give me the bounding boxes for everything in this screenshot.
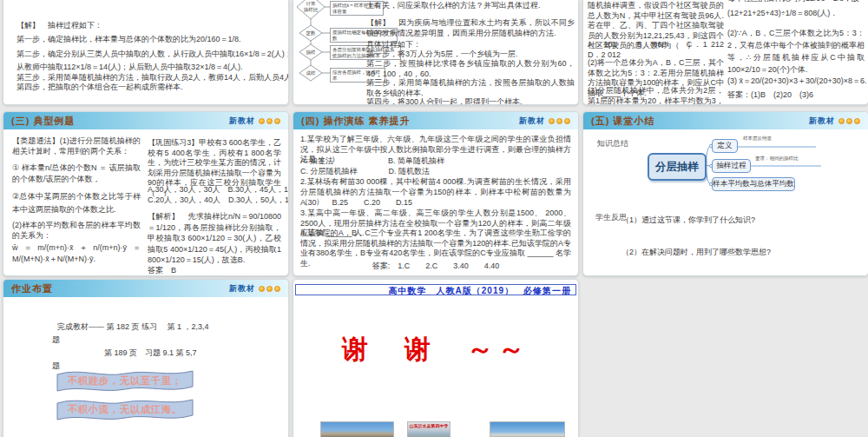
quote-ribbon: 不积小流，无以成江海。 bbox=[56, 395, 194, 424]
text-line: (3)分层随机抽样中，总体共分为2层，第1层的样本量为20，样本平均数为3，第2… bbox=[588, 86, 724, 105]
campus-photo bbox=[320, 421, 394, 437]
coin-icon bbox=[274, 118, 280, 124]
badge-label: 新教材 bbox=[229, 283, 255, 295]
text-line: C. 分层随机抽样 D. 随机数法 bbox=[300, 167, 430, 177]
text-line: A. 抽签法 B. 简单随机抽样 bbox=[300, 156, 444, 167]
slide-thumbnail-homework[interactable]: 作业布置 新教材 完成教材—— 第 182 页 练习 第 1 ，2,3,4 题 … bbox=[3, 279, 289, 437]
text-line: 具体过程如下： bbox=[366, 40, 575, 50]
section-title: (三) 典型例题 bbox=[11, 115, 75, 128]
text-line: (2)∵A，B，C三层个体数之比为5：3：2，又有总体中每个个体被抽到的概率相等… bbox=[727, 27, 865, 76]
quote-text: 不积跬步，无以至千里； bbox=[56, 374, 194, 387]
answer-line: 答案: 1.C 2.C 3.40 4.40 bbox=[300, 262, 571, 272]
slide-thumbnail-flowchart-solution[interactable]: 计算 抽样比 定数 抽样 成样 抽样比k＝样本容量/总体容量 按抽样比确定每层抽… bbox=[293, 0, 579, 105]
text-line: ②总体中某两层的个体数之比等于样本中这两层抽取的个体数之比. bbox=[12, 190, 141, 216]
knowledge-summary-label: 知识总结 bbox=[597, 138, 628, 149]
text-line: 第一步，将3万人分为5层，一个乡镇为一层. bbox=[366, 50, 575, 60]
coin-icon bbox=[266, 118, 273, 124]
text-line: 第四步，将300人合到一起，即得到一个样本. bbox=[366, 97, 575, 105]
coin-icon bbox=[556, 118, 562, 124]
text-line: 第三步，采用简单随机抽样的方法，抽取行政人员2人，教师14人，后勤人员4人. bbox=[16, 73, 289, 83]
text-line: 答案 B bbox=[148, 266, 176, 276]
text-line: 第四步，把抽取的个体组合在一起构成所需样本. bbox=[16, 83, 183, 93]
section-title: (四) 操作演练 素养提升 bbox=[301, 115, 410, 128]
text-line: A．101 B．808 C．1 212 D．2 012 bbox=[588, 40, 724, 60]
section-header-bar: (四) 操作演练 素养提升 新教材 bbox=[293, 112, 578, 129]
quote-ribbon: 不积跬步，无以至千里； bbox=[56, 367, 194, 395]
mindmap-node-definition: 定义 bbox=[712, 139, 738, 153]
text-line: w̄＝m/(m+n)·x̄＋n/(m+n)·ȳ＝M/(M+N)·x̄＋N/(M+… bbox=[12, 242, 141, 265]
badge-label: 新教材 bbox=[519, 116, 545, 127]
text-line: 第三步，采用简单随机抽样的方法，按照各层抽取的人数抽取各乡镇的样本. bbox=[366, 78, 575, 98]
slide-thumbnail-practice[interactable]: (四) 操作演练 素养提升 新教材 1.某学校为了解三年级、六年级、九年级这三个… bbox=[293, 111, 579, 276]
textbook-badge: 新教材 bbox=[229, 283, 280, 295]
text-line: 第一步，确定抽样比，样本量与总体的个体数的比为20/160＝1/8. bbox=[16, 35, 241, 45]
text-line: (2)样本的平均数和各层的样本平均数的关系为： bbox=[12, 221, 141, 241]
text-line: 土有关，问应采取什么样的方法？并写出具体过程. bbox=[366, 1, 575, 11]
homework-line: 题 bbox=[52, 335, 60, 346]
coin-icon bbox=[549, 118, 555, 124]
text-line: 答案：(1)B (2)20 (3)6 bbox=[727, 90, 813, 101]
reflection-question: （1）通过这节课，你学到了什么知识? bbox=[621, 215, 755, 226]
text-line: 每个社区的抽样比均为12/96＝1/8，故 bbox=[727, 0, 865, 4]
coin-icon bbox=[564, 118, 570, 124]
section-header-bar: 作业布置 新教材 bbox=[3, 280, 288, 297]
campus-photo bbox=[490, 421, 565, 437]
text-line: 第二步，确定分别从三类人员中抽取的人数，从行政人员中抽取16×1/8＝2(人)； bbox=[16, 50, 289, 60]
text-line: 【解】 抽样过程如下： bbox=[16, 21, 102, 31]
slide-thumbnail-solution-steps[interactable]: 【解】 抽样过程如下： 第一步，确定抽样比，样本量与总体的个体数的比为20/16… bbox=[3, 0, 289, 105]
slide-thumbnail-summary[interactable]: (五) 课堂小结 新教材 知识总结 分层抽样 定义 样本层次明显 抽样过程 要求… bbox=[582, 111, 868, 276]
slide-thumbnail-thanks[interactable]: 高中数学 人教A版（2019） 必修第一册 谢 谢 ～～ 山东沂水县第四中学 bbox=[293, 279, 579, 437]
flow-step-compose: 成样 bbox=[300, 70, 321, 76]
text-line: C.20人，30人，40人 D.30人，50人，10人 bbox=[148, 195, 289, 206]
text-line: (12+21+25+43)÷1/8＝808(人)． bbox=[727, 9, 838, 19]
mindmap-note-definition: 样本层次明显 bbox=[743, 136, 772, 142]
thanks-text: 谢 谢 ～～ bbox=[293, 332, 578, 367]
flow-step-label: 抽样比 bbox=[300, 7, 321, 13]
text-line: ① 样本量n/总体的个数N ＝ 该层抽取的个体数/该层的个体数， bbox=[12, 162, 141, 185]
homework-line: 完成教材—— 第 182 页 练习 第 1 ，2,3,4 bbox=[57, 322, 209, 333]
text-line: 第二步，按照抽样比求得各乡镇应抽取的人数分别为60，40，100，40，60. bbox=[366, 59, 575, 79]
textbook-badge: 新教材 bbox=[229, 116, 280, 127]
flow-step-count: 定数 bbox=[300, 30, 321, 36]
mindmap-center-node: 分层抽样 bbox=[648, 153, 707, 181]
text-line: 【解】 因为疾病与地理位置和水土均有关系，所以不同乡镇的发病情况差异明显，因而采… bbox=[366, 18, 575, 38]
textbook-badge: 新教材 bbox=[519, 116, 570, 127]
slide-thumbnail-exercise[interactable]: 随机抽样调查，假设四个社区驾驶员的总人数为N，其中甲社区有驾驶员96人. 若在甲… bbox=[582, 0, 868, 105]
coin-icon bbox=[259, 286, 265, 292]
homework-line: 第 189 页 习题 9.1 第 5,7 bbox=[104, 348, 197, 359]
mindmap-note-process: 要求：相同的抽样比 bbox=[755, 156, 799, 162]
mindmap-node-process: 抽样过程 bbox=[712, 159, 751, 173]
section-title: 作业布置 bbox=[11, 282, 53, 295]
text-line: 从教师中抽取112×1/8＝14(人)；从后勤人员中抽取32×1/8＝4(人). bbox=[16, 63, 242, 73]
flow-step-ratio: 计算 抽样比 bbox=[300, 1, 321, 12]
text-line: 【类题通法】(1)进行分层随机抽样的相关计算时，常用到的两个关系： bbox=[12, 136, 141, 156]
text-line: (3) x̄＝20/(20+30)×3＋30/(20+30)×8＝6. bbox=[727, 76, 867, 87]
text-line: A.30 B.25 C.20 D.15 bbox=[300, 198, 412, 209]
campus-photo: 山东沂水县第四中学 bbox=[407, 421, 450, 437]
coin-icon bbox=[274, 286, 280, 292]
reflection-question: （2）在解决问题时，用到了哪些数学思想? bbox=[621, 248, 771, 258]
coin-icon bbox=[259, 118, 265, 124]
slide-sorter-grid: 【解】 抽样过程如下： 第一步，确定抽样比，样本量与总体的个体数的比为20/16… bbox=[0, 0, 868, 437]
slide-thumbnail-typical-examples[interactable]: (三) 典型例题 新教材 【类题通法】(1)进行分层随机抽样的相关计算时，常用到… bbox=[3, 111, 289, 276]
coin-icon bbox=[266, 286, 273, 292]
badge-label: 新教材 bbox=[229, 116, 255, 127]
quote-text: 不积小流，无以成江海。 bbox=[56, 403, 194, 416]
text-line: 【解析】 先求抽样比n/N＝90/10800＝1/120，再各层按抽样比分别抽取… bbox=[148, 211, 281, 266]
book-title-strip: 高中数学 人教A版（2019） 必修第一册 bbox=[295, 284, 576, 295]
school-name-caption: 山东沂水县第四中学 bbox=[408, 423, 450, 428]
text-line: A.30人，30人，30人 B.30人，45人，15人 bbox=[148, 185, 289, 195]
flow-step-sample: 抽样 bbox=[300, 50, 321, 56]
section-header-bar: (三) 典型例题 新教材 bbox=[3, 112, 288, 129]
mindmap-node-means: 样本平均数与总体平均数 bbox=[712, 177, 795, 191]
